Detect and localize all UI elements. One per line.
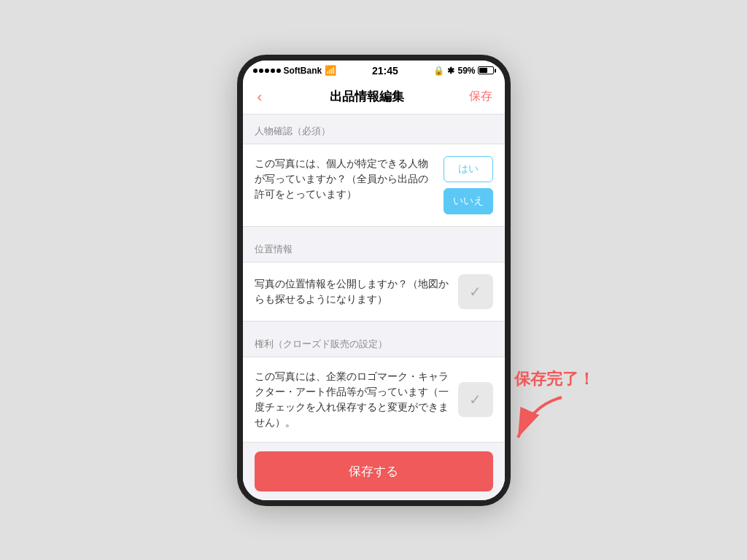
content-area: 人物確認（必須） この写真には、個人が特定できる人物が写っていますか？（全員から…: [243, 114, 505, 500]
person-buttons: はい いいえ: [444, 156, 493, 214]
time-display: 21:45: [372, 65, 398, 77]
battery-percent: 59%: [457, 66, 475, 76]
annotation-arrow: [511, 390, 569, 448]
location-section-header: 位置情報: [243, 233, 505, 262]
carrier-label: SoftBank: [284, 66, 322, 76]
bluetooth-icon: ✱: [447, 66, 454, 76]
person-confirmation-card: この写真には、個人が特定できる人物が写っていますか？（全員から出品の許可をとって…: [243, 144, 505, 227]
rights-text: この写真には、企業のロゴマーク・キャラクター・アート作品等が写っています（一度チ…: [255, 369, 449, 430]
back-button[interactable]: ‹: [255, 85, 266, 108]
phone-frame: SoftBank 📶 21:45 🔒 ✱ 59% ‹ 出品情報編集 保存 人物確…: [237, 55, 511, 506]
location-checkbox[interactable]: ✓: [458, 274, 493, 309]
wifi-icon: 📶: [325, 65, 336, 76]
rights-section-header: 権利（クローズド販売の設定）: [243, 327, 505, 357]
rights-checkbox[interactable]: ✓: [458, 382, 493, 417]
save-nav-button[interactable]: 保存: [469, 89, 492, 104]
person-confirmation-text: この写真には、個人が特定できる人物が写っていますか？（全員から出品の許可をとって…: [255, 156, 435, 202]
signal-dots: [253, 69, 281, 73]
rights-checkmark-icon: ✓: [469, 391, 481, 408]
rights-card: この写真には、企業のロゴマーク・キャラクター・アート作品等が写っています（一度チ…: [243, 357, 505, 443]
battery-icon: [478, 66, 494, 74]
save-button-area: 保存する: [243, 443, 505, 500]
location-card: 写真の位置情報を公開しますか？（地図からも探せるようになります） ✓: [243, 262, 505, 322]
page-title: 出品情報編集: [330, 88, 404, 105]
checkmark-icon: ✓: [469, 283, 481, 300]
save-button[interactable]: 保存する: [255, 451, 493, 491]
status-bar: SoftBank 📶 21:45 🔒 ✱ 59%: [243, 61, 505, 79]
hai-button[interactable]: はい: [444, 156, 493, 182]
annotation-text: 保存完了！: [514, 368, 595, 390]
location-text: 写真の位置情報を公開しますか？（地図からも探せるようになります）: [255, 276, 449, 307]
person-section-header: 人物確認（必須）: [243, 114, 505, 144]
iie-button[interactable]: いいえ: [444, 188, 493, 214]
navigation-bar: ‹ 出品情報編集 保存: [243, 79, 505, 114]
lock-icon: 🔒: [433, 66, 444, 76]
